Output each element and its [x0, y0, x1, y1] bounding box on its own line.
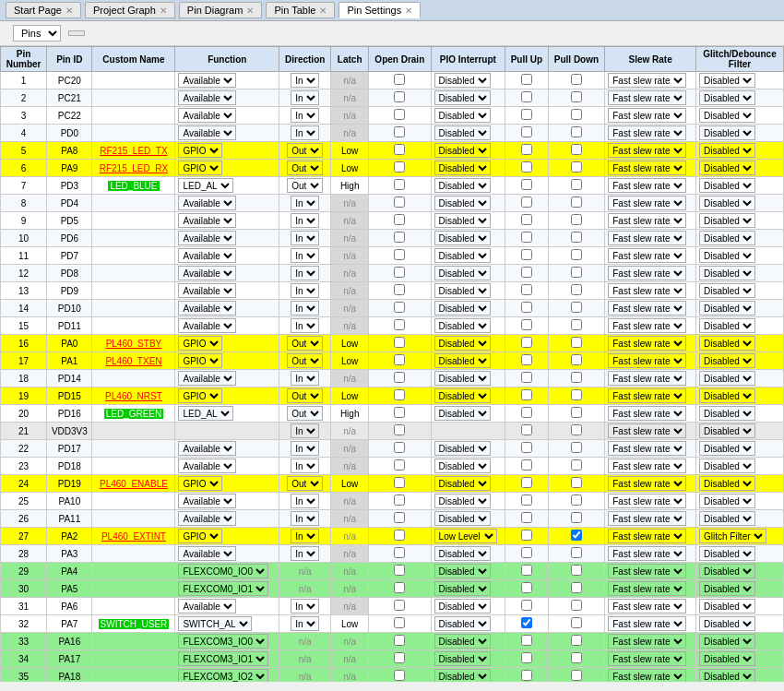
function-cell[interactable]: Available	[175, 265, 279, 282]
pull-down-checkbox[interactable]	[571, 635, 582, 646]
pull-down-cell[interactable]	[548, 493, 605, 510]
pull-down-checkbox[interactable]	[571, 91, 582, 102]
function-cell[interactable]: Available	[175, 89, 279, 107]
pio-interrupt-cell[interactable]: Disabled	[431, 633, 505, 650]
pull-down-checkbox[interactable]	[571, 337, 582, 348]
pio-interrupt-select[interactable]: Disabled	[434, 353, 491, 368]
pio-interrupt-select[interactable]: Disabled	[434, 301, 491, 316]
pull-down-cell[interactable]	[548, 89, 605, 107]
pio-interrupt-select[interactable]: Disabled	[434, 476, 491, 491]
slew-rate-cell[interactable]: Fast slew rate	[605, 633, 696, 650]
slew-rate-select[interactable]: Fast slew rate	[608, 546, 686, 561]
open-drain-checkbox[interactable]	[394, 652, 405, 663]
slew-rate-select[interactable]: Fast slew rate	[608, 634, 686, 649]
pull-up-cell[interactable]	[505, 405, 549, 423]
open-drain-cell[interactable]	[369, 563, 432, 580]
direction-select[interactable]: In	[291, 90, 319, 105]
direction-select[interactable]: In	[291, 266, 319, 280]
pull-up-checkbox[interactable]	[521, 512, 532, 523]
glitch-filter-cell[interactable]: Disabled	[695, 212, 783, 230]
open-drain-cell[interactable]	[369, 195, 432, 212]
pull-down-cell[interactable]	[548, 580, 605, 598]
glitch-filter-cell[interactable]: Disabled	[695, 317, 783, 335]
glitch-filter-select[interactable]: Disabled	[699, 266, 755, 280]
glitch-filter-select[interactable]: Disabled	[699, 546, 755, 561]
pio-interrupt-cell[interactable]	[431, 423, 505, 440]
slew-rate-select[interactable]: Fast slew rate	[608, 248, 686, 263]
function-cell[interactable]: Available	[175, 125, 279, 142]
glitch-filter-select[interactable]: Disabled	[699, 336, 755, 351]
function-select[interactable]: SWITCH_AL	[178, 616, 252, 631]
direction-select[interactable]: In	[291, 599, 319, 614]
pull-up-checkbox[interactable]	[521, 652, 532, 663]
direction-select[interactable]: In	[291, 441, 319, 456]
pull-down-cell[interactable]	[548, 440, 605, 458]
open-drain-cell[interactable]	[369, 125, 432, 142]
open-drain-checkbox[interactable]	[394, 670, 405, 681]
pull-up-checkbox[interactable]	[521, 214, 532, 225]
pio-interrupt-cell[interactable]: Disabled	[431, 615, 505, 633]
pio-interrupt-select[interactable]: Disabled	[434, 73, 491, 88]
slew-rate-cell[interactable]: Fast slew rate	[605, 580, 696, 598]
slew-rate-cell[interactable]: Fast slew rate	[605, 317, 696, 335]
pull-down-cell[interactable]	[548, 160, 605, 177]
direction-select[interactable]: In	[291, 125, 319, 140]
open-drain-cell[interactable]	[369, 370, 432, 387]
open-drain-checkbox[interactable]	[394, 126, 405, 137]
function-cell[interactable]: FLEXCOM3_IO1	[175, 650, 279, 668]
direction-select[interactable]: In	[291, 301, 319, 316]
glitch-filter-cell[interactable]: Disabled	[695, 440, 783, 458]
open-drain-checkbox[interactable]	[394, 565, 405, 576]
open-drain-checkbox[interactable]	[394, 635, 405, 646]
pull-up-cell[interactable]	[505, 317, 549, 335]
function-cell[interactable]: Available	[175, 230, 279, 247]
open-drain-cell[interactable]	[369, 405, 432, 423]
glitch-filter-select[interactable]: Disabled	[699, 406, 755, 421]
pull-down-cell[interactable]	[548, 335, 605, 352]
direction-select[interactable]: In	[291, 248, 319, 263]
function-cell[interactable]: FLEXCOM3_IO2	[175, 668, 279, 683]
pull-down-checkbox[interactable]	[571, 582, 582, 593]
slew-rate-select[interactable]: Fast slew rate	[608, 441, 686, 456]
pull-down-cell[interactable]	[548, 107, 605, 125]
pull-up-checkbox[interactable]	[521, 494, 532, 506]
function-select[interactable]: FLEXCOM0_IO0	[178, 564, 268, 578]
glitch-filter-select[interactable]: Disabled	[699, 564, 755, 578]
pio-interrupt-cell[interactable]: Disabled	[431, 598, 505, 615]
pull-up-cell[interactable]	[505, 545, 549, 563]
pull-down-cell[interactable]	[548, 247, 605, 265]
function-select[interactable]: Available	[178, 546, 236, 561]
pull-down-cell[interactable]	[548, 265, 605, 282]
pull-down-cell[interactable]	[548, 72, 605, 89]
function-select[interactable]: Available	[178, 459, 236, 473]
function-cell[interactable]: Available	[175, 598, 279, 615]
slew-rate-cell[interactable]: Fast slew rate	[605, 72, 696, 89]
function-select[interactable]: Available	[178, 371, 236, 386]
open-drain-cell[interactable]	[369, 89, 432, 107]
open-drain-checkbox[interactable]	[394, 442, 405, 453]
slew-rate-select[interactable]: Fast slew rate	[608, 125, 686, 140]
pull-down-cell[interactable]	[548, 212, 605, 230]
slew-rate-cell[interactable]: Fast slew rate	[605, 440, 696, 458]
glitch-filter-cell[interactable]: Disabled	[695, 300, 783, 317]
pio-interrupt-select[interactable]: Disabled	[434, 143, 491, 158]
direction-select[interactable]: In	[291, 196, 319, 210]
slew-rate-cell[interactable]: Fast slew rate	[605, 142, 696, 160]
slew-rate-cell[interactable]: Fast slew rate	[605, 387, 696, 405]
slew-rate-cell[interactable]: Fast slew rate	[605, 335, 696, 352]
pull-up-cell[interactable]	[505, 475, 549, 493]
pull-up-checkbox[interactable]	[521, 459, 532, 471]
pull-up-cell[interactable]	[505, 668, 549, 683]
pio-interrupt-cell[interactable]: Disabled	[431, 282, 505, 300]
function-select[interactable]: Available	[178, 108, 236, 123]
pull-down-checkbox[interactable]	[571, 530, 582, 541]
glitch-filter-cell[interactable]: Disabled	[695, 458, 783, 475]
pull-down-cell[interactable]	[548, 650, 605, 668]
function-cell[interactable]: Available	[175, 300, 279, 317]
slew-rate-cell[interactable]: Fast slew rate	[605, 212, 696, 230]
pull-up-cell[interactable]	[505, 440, 549, 458]
function-select[interactable]: GPIO	[178, 336, 222, 351]
glitch-filter-cell[interactable]: Disabled	[695, 247, 783, 265]
tab-close-icon[interactable]: ✕	[65, 6, 73, 16]
glitch-filter-cell[interactable]: Disabled	[695, 142, 783, 160]
